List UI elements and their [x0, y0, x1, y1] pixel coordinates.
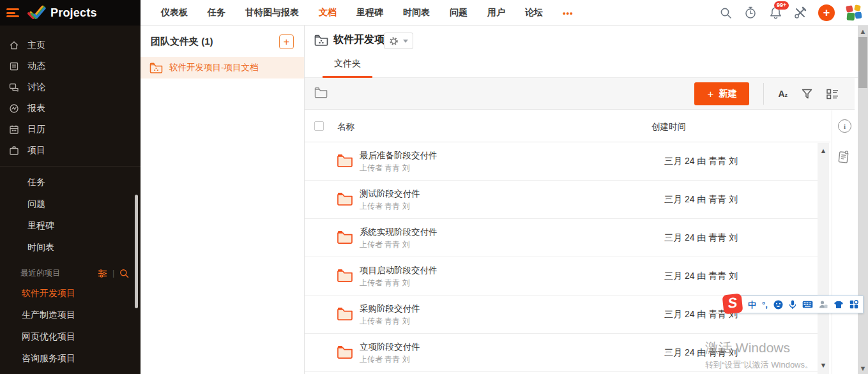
hamburger-menu-icon[interactable] — [6, 8, 19, 17]
recent-project-software[interactable]: 软件开发项目 — [0, 283, 141, 304]
ime-chinese-mode-icon[interactable]: 中 — [748, 301, 756, 309]
notifications-bell-icon[interactable]: 99+ — [768, 6, 782, 20]
sidebar-item-feed[interactable]: 动态 — [0, 56, 141, 77]
team-folders-title: 团队文件夹 (1) — [151, 36, 213, 48]
nav-item-dashboard[interactable]: 仪表板 — [161, 7, 188, 19]
new-button-label: 新建 — [719, 88, 736, 100]
info-icon[interactable]: i — [838, 119, 851, 133]
ime-toolbox-icon[interactable] — [849, 300, 858, 309]
page-scrollbar-thumb[interactable] — [858, 37, 867, 88]
sidebar-item-reports[interactable]: 报表 — [0, 98, 141, 119]
sidebar-scrollbar[interactable] — [135, 195, 138, 308]
page-scroll-up-icon[interactable]: ▲ — [859, 27, 867, 36]
nav-item-tasks[interactable]: 任务 — [208, 7, 225, 19]
zoho-apps-grid-icon[interactable] — [846, 4, 863, 22]
add-folder-button[interactable]: + — [279, 34, 294, 49]
tab-folders[interactable]: 文件夹 — [323, 58, 372, 78]
briefcase-icon — [8, 145, 19, 156]
sogou-logo-icon[interactable]: S — [722, 294, 743, 315]
sidebar-item-timesheet[interactable]: 时间表 — [0, 237, 141, 258]
table-row[interactable]: 系统实现阶段交付件 上传者 青青 刘 三月 24 由 青青 刘 — [305, 219, 818, 257]
timer-icon[interactable] — [743, 6, 758, 20]
folder-uploader: 上传者 青青 刘 — [360, 316, 410, 327]
team-folder-label: 软件开发项目-项目文档 — [169, 62, 259, 73]
nav-item-documents[interactable]: 文档 — [319, 7, 337, 19]
zoho-logo-icon — [27, 4, 46, 21]
table-row[interactable]: 最后准备阶段交付件 上传者 青青 刘 三月 24 由 青青 刘 — [305, 142, 818, 181]
ime-emoji-icon[interactable] — [773, 300, 783, 310]
recent-project-manufacturing[interactable]: 生产制造项目 — [0, 304, 141, 326]
scroll-up-icon[interactable]: ▲ — [819, 147, 827, 154]
recent-projects-list: 软件开发项目 生产制造项目 网页优化项目 咨询服务项目 — [0, 283, 141, 370]
ime-skin-icon[interactable] — [834, 301, 844, 309]
nav-item-users[interactable]: 用户 — [487, 7, 505, 19]
folder-icon — [337, 191, 353, 206]
ime-account-icon[interactable] — [819, 300, 828, 309]
chat-icon — [8, 82, 19, 93]
sidebar-item-label: 问题 — [27, 198, 45, 210]
nav-item-forums[interactable]: 论坛 — [525, 7, 543, 19]
ime-punctuation-icon[interactable]: °, — [762, 301, 768, 309]
table-row[interactable]: 测试阶段交付件 上传者 青青 刘 三月 24 由 青青 刘 — [305, 181, 818, 219]
sidebar-item-home[interactable]: 主页 — [0, 34, 141, 56]
scroll-down-icon[interactable]: ▼ — [819, 361, 827, 369]
sidebar-item-discussions[interactable]: 讨论 — [0, 77, 141, 98]
product-name: Projects — [50, 6, 97, 20]
notes-icon[interactable] — [837, 150, 851, 165]
nav-item-milestones[interactable]: 里程碑 — [356, 7, 383, 19]
sidebar-item-label: 动态 — [27, 61, 45, 72]
tools-icon[interactable] — [793, 6, 807, 20]
filter-icon[interactable] — [802, 89, 812, 100]
nav-item-timesheet[interactable]: 时间表 — [403, 7, 430, 19]
sidebar-item-milestones[interactable]: 里程碑 — [0, 215, 141, 237]
nav-more-icon[interactable]: ••• — [563, 8, 574, 18]
select-all-checkbox[interactable] — [314, 121, 324, 131]
sidebar-item-tasks[interactable]: 任务 — [0, 172, 141, 193]
folder-breadcrumb-icon[interactable] — [314, 87, 328, 98]
recent-project-web-optimization[interactable]: 网页优化项目 — [0, 326, 141, 348]
sidebar-item-label: 任务 — [27, 177, 45, 188]
folder-name[interactable]: 立项阶段交付件 — [360, 341, 420, 353]
table-row[interactable]: 立项阶段交付件 上传者 青青 刘 三月 24 由 青青 刘 — [305, 334, 818, 372]
folder-uploader: 上传者 青青 刘 — [360, 163, 410, 174]
project-filter-icon[interactable] — [98, 269, 107, 278]
table-scrollbar[interactable]: ▲ ▼ — [818, 143, 829, 374]
table-row[interactable]: 项目启动阶段交付件 上传者 青青 刘 三月 24 由 青青 刘 — [305, 257, 818, 295]
recent-project-consulting[interactable]: 咨询服务项目 — [0, 348, 141, 370]
new-button[interactable]: +新建 — [694, 82, 749, 105]
folder-uploader: 上传者 青青 刘 — [360, 201, 410, 212]
ime-keyboard-icon[interactable] — [802, 301, 813, 308]
sidebar-item-issues[interactable]: 问题 — [0, 193, 141, 215]
chevron-down-icon — [403, 40, 408, 43]
folder-name[interactable]: 系统实现阶段交付件 — [360, 227, 438, 238]
feed-icon — [8, 61, 19, 71]
nav-item-gantt-reports[interactable]: 甘特图与报表 — [245, 7, 299, 19]
page-scrollbar[interactable]: ▲ ▼ — [858, 26, 868, 374]
list-view-icon[interactable] — [826, 89, 839, 100]
tab-bar: 文件夹 — [305, 54, 868, 78]
project-search-icon[interactable] — [119, 269, 129, 278]
page-scroll-down-icon[interactable]: ▼ — [859, 364, 867, 373]
folder-settings-button[interactable] — [384, 33, 413, 49]
folder-name[interactable]: 最后准备阶段交付件 — [360, 150, 438, 161]
column-header-created[interactable]: 创建时间 — [651, 121, 686, 133]
topbar: Projects 仪表板 任务 甘特图与报表 文档 里程碑 时间表 问题 用户 … — [0, 0, 868, 26]
folder-name[interactable]: 测试阶段交付件 — [360, 188, 420, 200]
quick-add-button[interactable]: + — [818, 4, 835, 21]
column-header-name[interactable]: 名称 — [337, 121, 354, 133]
sidebar-item-label: 里程碑 — [27, 220, 54, 232]
main-content: 软件开发项目... 文件夹 +新建 Az 名称 创建时间 — [305, 26, 868, 374]
folder-name[interactable]: 项目启动阶段交付件 — [360, 265, 438, 276]
folder-name[interactable]: 采购阶段交付件 — [360, 303, 420, 315]
sidebar-item-label: 时间表 — [27, 242, 54, 253]
sidebar-item-calendar[interactable]: 日历 — [0, 119, 141, 140]
team-folder-item-selected[interactable]: 软件开发项目-项目文档 — [141, 57, 304, 79]
sort-az-icon[interactable]: Az — [778, 89, 788, 98]
folder-created: 三月 24 由 青青 刘 — [664, 271, 738, 282]
search-icon[interactable] — [719, 6, 733, 20]
ime-voice-icon[interactable] — [789, 300, 796, 310]
nav-item-issues[interactable]: 问题 — [450, 7, 468, 19]
folder-created: 三月 24 由 青青 刘 — [664, 347, 738, 359]
sidebar-item-projects[interactable]: 项目 — [0, 140, 141, 161]
toolbar-divider — [763, 83, 764, 105]
